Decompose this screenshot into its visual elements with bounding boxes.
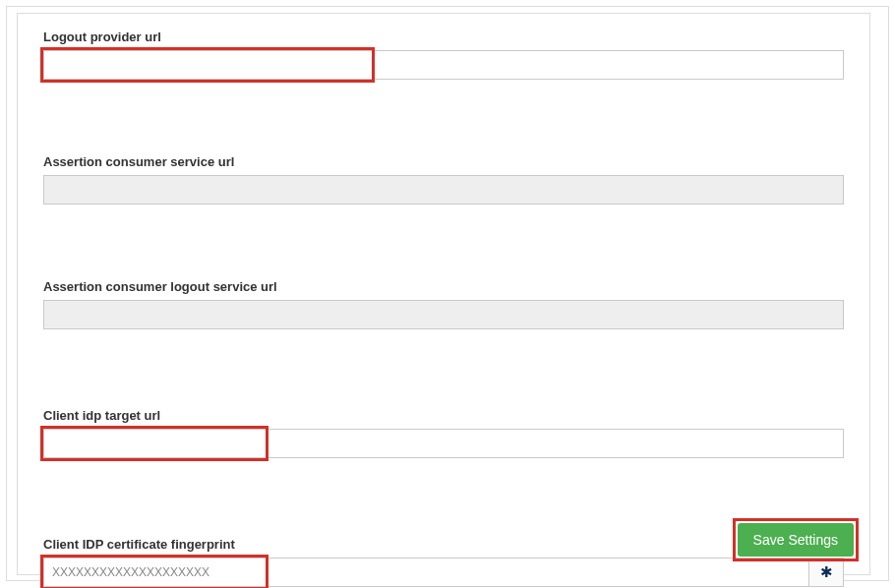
logout-provider-input[interactable] [43,50,844,80]
client-idp-fingerprint-label: Client IDP certificate fingerprint [43,537,844,552]
client-idp-fingerprint-group: Client IDP certificate fingerprint ✱ [43,537,844,587]
spacer [43,80,844,135]
client-idp-target-group: Client idp target url [43,408,844,458]
client-idp-target-input-wrapper [43,429,844,458]
logout-provider-input-wrapper [43,50,844,80]
assertion-consumer-logout-label: Assertion consumer logout service url [43,279,844,294]
client-idp-target-label: Client idp target url [43,408,844,423]
logout-provider-label: Logout provider url [43,29,844,44]
logout-provider-group: Logout provider url [43,29,844,80]
settings-form-panel: Logout provider url Assertion consumer s… [17,13,870,575]
spacer [43,458,844,517]
assertion-consumer-input [43,175,844,205]
assertion-consumer-logout-group: Assertion consumer logout service url [43,279,844,329]
assertion-consumer-input-wrapper [43,175,844,205]
client-idp-target-input[interactable] [43,429,844,458]
assertion-consumer-group: Assertion consumer service url [43,154,844,205]
save-settings-button[interactable]: Save Settings [738,523,854,557]
assertion-consumer-logout-input-wrapper [43,300,844,329]
assertion-consumer-label: Assertion consumer service url [43,154,844,169]
assertion-consumer-logout-input [43,300,844,329]
asterisk-icon: ✱ [820,563,833,581]
fingerprint-action-button[interactable]: ✱ [808,558,844,587]
form-actions: Save Settings [738,523,854,557]
page-outer-frame: Logout provider url Assertion consumer s… [6,6,889,581]
client-idp-fingerprint-input-wrapper: ✱ [43,558,844,587]
spacer [43,329,844,388]
client-idp-fingerprint-input[interactable] [43,558,808,587]
save-button-wrapper: Save Settings [738,523,854,557]
spacer [43,205,844,260]
